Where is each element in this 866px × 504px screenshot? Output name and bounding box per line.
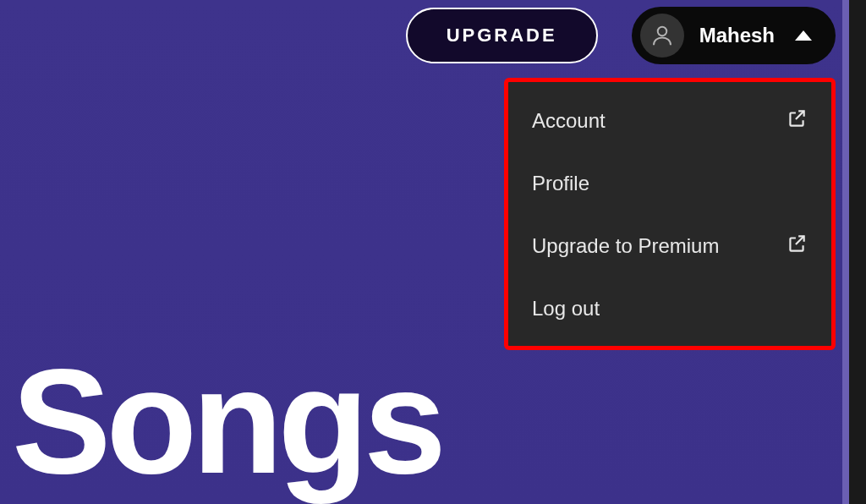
user-name: Mahesh [699,24,775,47]
avatar [640,14,684,58]
svg-point-0 [657,27,666,36]
menu-item-upgrade-premium[interactable]: Upgrade to Premium [508,214,831,278]
menu-item-label: Profile [532,172,589,195]
menu-item-profile[interactable]: Profile [508,153,831,214]
upgrade-label: UPGRADE [447,25,557,46]
external-link-icon [786,107,808,134]
page-title: Songs [12,347,441,496]
scrollbar-accent [842,0,849,504]
user-dropdown-menu: Account Profile Upgrade to Premium Log o… [504,78,836,350]
menu-item-label: Log out [532,297,600,320]
user-menu-button[interactable]: Mahesh [632,7,836,64]
scrollbar-track[interactable] [849,0,866,504]
menu-item-label: Upgrade to Premium [532,234,719,258]
menu-item-logout[interactable]: Log out [508,278,831,339]
header-bar: UPGRADE Mahesh [406,7,836,64]
person-icon [650,23,675,48]
external-link-icon [786,233,808,260]
menu-item-label: Account [532,109,606,133]
menu-item-account[interactable]: Account [508,89,831,153]
upgrade-button[interactable]: UPGRADE [406,8,598,63]
caret-up-icon [795,30,812,41]
